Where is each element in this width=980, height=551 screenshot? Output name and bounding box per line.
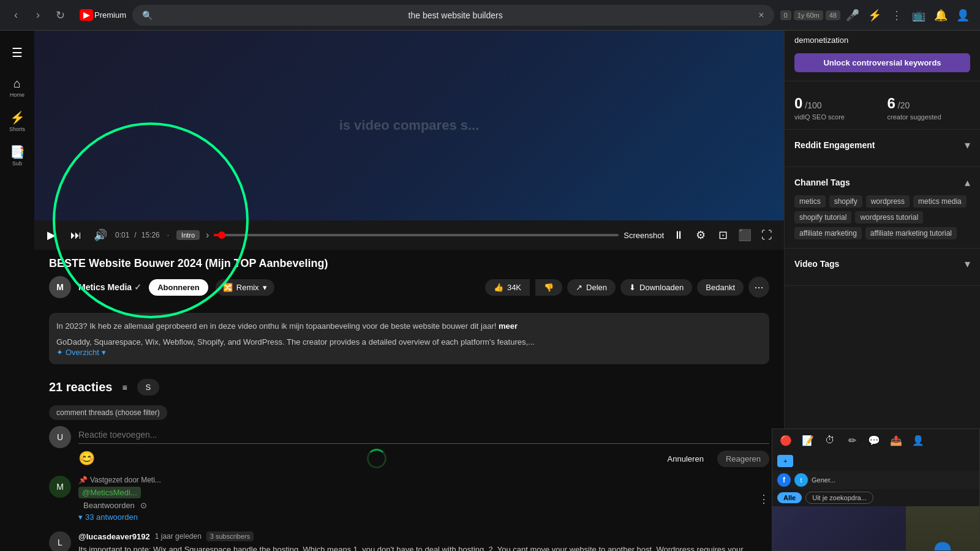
comment-time-1: 1 jaar geleden bbox=[155, 532, 202, 541]
comment-author-row-0: @MeticsMedi... bbox=[78, 487, 751, 498]
next-button[interactable]: ⏭ bbox=[66, 225, 86, 245]
action-buttons: 👍 34K 👎 ↗ Delen ⬇ Downloaden bbox=[485, 277, 769, 298]
show-replies-0[interactable]: ▾ 33 antwoorden bbox=[78, 512, 138, 522]
comment-more-1[interactable]: ⋮ bbox=[758, 531, 769, 551]
sort-button[interactable]: ≡ bbox=[122, 383, 127, 392]
tag-shopify-tutorial[interactable]: shopify tutorial bbox=[794, 211, 851, 223]
preview-content: I tried them all 👤 bbox=[772, 506, 979, 551]
filter-all-button[interactable]: Alle bbox=[777, 492, 802, 503]
remix-icon: 🔀 bbox=[223, 283, 233, 292]
annuleren-button[interactable]: Annuleren bbox=[659, 451, 712, 467]
video-tags-collapse-button[interactable]: ▾ bbox=[965, 257, 970, 271]
filter-threads-button[interactable]: comment threads (choose filter) bbox=[49, 405, 167, 420]
sub-icon: 📑 bbox=[10, 144, 25, 159]
like-button[interactable]: 👍 34K bbox=[485, 279, 530, 296]
overzicht-button[interactable]: ✦ Overzicht ▾ bbox=[56, 348, 106, 357]
channel-avatar: M bbox=[49, 276, 71, 298]
filter-search-button[interactable]: Uit je zoekopdra... bbox=[805, 492, 873, 504]
beantwoorden-label-0: Beantwoorden bbox=[83, 501, 135, 510]
facebook-icon: f bbox=[777, 473, 791, 487]
like-icon: 👍 bbox=[494, 283, 503, 292]
search-input[interactable] bbox=[157, 10, 753, 20]
download-button[interactable]: ⬇ Downloaden bbox=[620, 279, 692, 296]
channel-tags-title: Channel Tags bbox=[794, 178, 850, 187]
menu-button[interactable]: ⋮ bbox=[887, 6, 907, 25]
reageren-button[interactable]: Reageren bbox=[717, 451, 769, 467]
more-options-button[interactable]: ··· bbox=[748, 277, 769, 298]
forward-button[interactable]: › bbox=[29, 7, 47, 24]
tag-wordpress[interactable]: wordpress bbox=[866, 195, 910, 208]
comment-avatar-pinned: M bbox=[49, 476, 71, 498]
subscribe-button[interactable]: Abonneren bbox=[149, 279, 208, 296]
comment-input-actions: 😊 Annuleren Reageren bbox=[78, 449, 769, 468]
tag-metics[interactable]: metics bbox=[794, 195, 826, 208]
comments-header: 21 reacties ≡ S bbox=[49, 379, 769, 395]
preview-record-btn[interactable]: 🔴 bbox=[777, 432, 794, 449]
extensions-button[interactable]: ⚡ bbox=[865, 6, 884, 25]
video-controls-bar: ▶ ⏭ 🔊 0:01 / 15:26 · Intro › Screenshot bbox=[34, 220, 784, 250]
preview-text-btn[interactable]: 📝 bbox=[799, 432, 816, 449]
remix-button[interactable]: 🔀 Remix ▾ bbox=[216, 279, 274, 296]
preview-clock-btn[interactable]: ⏱ bbox=[821, 432, 839, 449]
tag-affiliate-marketing[interactable]: affiliate marketing bbox=[794, 227, 862, 239]
person-placeholder: 👤 bbox=[906, 506, 979, 551]
description-summary: GoDaddy, Squarespace, Wix, Webflow, Shop… bbox=[56, 336, 762, 358]
channel-tags-container: metics shopify wordpress metics media sh… bbox=[794, 195, 970, 239]
shorts-label: Shorts bbox=[9, 126, 25, 132]
theater-btn[interactable]: ⬛ bbox=[735, 225, 755, 245]
comment-input[interactable] bbox=[78, 426, 769, 444]
settings-video-btn[interactable]: ⚙ bbox=[691, 225, 710, 245]
play-button[interactable]: ▶ bbox=[42, 225, 61, 245]
reddit-collapse-button[interactable]: ▾ bbox=[965, 138, 970, 152]
preview-share-btn[interactable]: 📤 bbox=[888, 432, 905, 449]
emoji-button[interactable]: 😊 bbox=[78, 451, 95, 467]
clear-search-button[interactable]: × bbox=[758, 10, 764, 21]
pause-indicator[interactable]: ⏸ bbox=[669, 225, 688, 245]
filter-threads-row: comment threads (choose filter) bbox=[49, 405, 769, 420]
tag-affiliate-marketing-tutorial[interactable]: affiliate marketing tutorial bbox=[865, 227, 957, 239]
share-button[interactable]: ↗ Delen bbox=[567, 279, 616, 296]
volume-button[interactable]: 🔊 bbox=[91, 225, 110, 245]
unlock-section: Unlock controversial keywords bbox=[785, 45, 980, 81]
channel-tags-collapse-button[interactable]: ▴ bbox=[965, 176, 970, 189]
progress-bar[interactable] bbox=[214, 234, 619, 236]
video-preview-panel: 🔴 📝 ⏱ ✏ 💬 📤 👤 + f t Gener... Alle Uit je… bbox=[772, 429, 980, 551]
fullscreen-btn[interactable]: ⛶ bbox=[757, 225, 777, 245]
generate-button[interactable]: + bbox=[777, 455, 793, 467]
save-button[interactable]: Bedankt bbox=[697, 279, 744, 296]
reload-button[interactable]: ↻ bbox=[51, 7, 69, 24]
tag-shopify[interactable]: shopify bbox=[829, 195, 862, 208]
video-player[interactable]: is video compares s... bbox=[34, 31, 784, 220]
time-dot: · bbox=[167, 231, 169, 239]
sidebar-item-subscriptions[interactable]: 📑 Sub bbox=[2, 141, 32, 170]
preview-comment-btn[interactable]: 💬 bbox=[865, 432, 883, 449]
preview-edit-btn[interactable]: ✏ bbox=[843, 432, 861, 449]
tag-metics-media[interactable]: metics media bbox=[913, 195, 967, 208]
notifications-button[interactable]: 🔔 bbox=[931, 6, 951, 25]
miniplayer-btn[interactable]: ⊡ bbox=[713, 225, 733, 245]
dislike-button[interactable]: 👎 bbox=[535, 279, 562, 296]
unlock-keywords-button[interactable]: Unlock controversial keywords bbox=[794, 53, 970, 72]
video-meta-row: M Metics Media ✓ Abonneren 🔀 Remix ▾ bbox=[49, 276, 769, 298]
demonetization-text: demonetization bbox=[785, 31, 980, 45]
cast-button[interactable]: 📺 bbox=[909, 6, 929, 25]
comment-more-0[interactable]: ⋮ bbox=[758, 476, 769, 522]
tag-wordpress-tutorial[interactable]: wordpress tutorial bbox=[855, 211, 923, 223]
time-total: 15:26 bbox=[141, 231, 160, 239]
pinned-label: 📌 Vastgezet door Meti... bbox=[78, 476, 751, 484]
loading-area bbox=[367, 449, 386, 468]
filter-button[interactable]: S bbox=[137, 379, 160, 395]
address-bar[interactable]: 🔍 × bbox=[132, 5, 774, 26]
video-title: BESTE Website Bouwer 2024 (Mijn TOP Aanb… bbox=[49, 257, 769, 270]
mic-button[interactable]: 🎤 bbox=[843, 6, 862, 25]
preview-profile-btn[interactable]: 👤 bbox=[910, 432, 927, 449]
back-button[interactable]: ‹ bbox=[7, 7, 24, 24]
meer-button[interactable]: meer bbox=[499, 321, 518, 331]
yt-premium-label: Premium bbox=[94, 10, 126, 20]
sidebar-item-shorts[interactable]: ⚡ Shorts bbox=[2, 107, 32, 136]
control-icon-group: ⏸ ⚙ ⊡ ⬛ ⛶ bbox=[669, 225, 777, 245]
sidebar-item-home[interactable]: ⌂ Home bbox=[2, 72, 32, 102]
profile-button[interactable]: 👤 bbox=[953, 6, 973, 25]
share-icon: ↗ bbox=[576, 283, 582, 292]
sidebar-item-menu[interactable]: ☰ bbox=[2, 38, 32, 67]
